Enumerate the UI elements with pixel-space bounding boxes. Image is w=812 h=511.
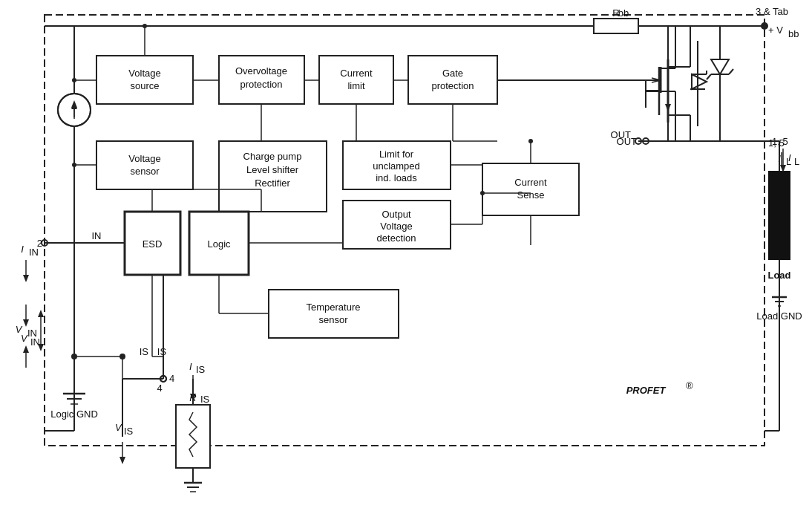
- profet-label: PROFET: [626, 385, 667, 396]
- iis-label: I: [189, 361, 192, 372]
- esd-label: ESD: [143, 238, 163, 250]
- out-label2: OUT: [611, 129, 632, 140]
- svg-rect-72: [176, 405, 210, 468]
- temp-sensor-label2: sensor: [318, 314, 348, 325]
- pin-3-tab: 3 & Tab: [756, 6, 788, 17]
- svg-point-149: [72, 163, 76, 167]
- voltage-source-label2: source: [130, 80, 159, 91]
- logic-label: Logic: [207, 238, 231, 250]
- voltage-source-label1: Voltage: [128, 68, 160, 79]
- charge-pump-label3: Rectifier: [255, 178, 290, 189]
- limit-unclamped-label3: ind. loads: [376, 172, 417, 183]
- pin-1-5-label: 1, 5: [768, 137, 785, 149]
- vin-text: V: [16, 324, 23, 335]
- il-sub-text: L: [794, 156, 799, 167]
- output-voltage-label1: Output: [382, 209, 410, 220]
- svg-point-84: [119, 354, 125, 359]
- current-sense-label1: Current: [514, 177, 547, 188]
- is-pin-label: IS: [140, 346, 149, 357]
- profet-registered: ®: [686, 380, 693, 391]
- limit-unclamped-label2: unclamped: [373, 160, 420, 172]
- current-sense-label2: Sense: [517, 189, 545, 201]
- svg-rect-35: [594, 19, 638, 33]
- iin-label: I: [21, 244, 24, 255]
- current-limit-label1: Current: [340, 68, 373, 79]
- limit-unclamped-label1: Limit for: [379, 149, 414, 160]
- vin-sub-text: IN: [27, 328, 37, 339]
- r-bb-sub: bb: [618, 7, 629, 19]
- current-limit-label2: limit: [347, 80, 364, 91]
- gate-protection-label1: Gate: [442, 68, 463, 79]
- overvoltage-label1: Overvoltage: [235, 65, 287, 77]
- svg-point-87: [143, 24, 147, 28]
- in-label: IN: [92, 230, 102, 241]
- gate-protection-label2: protection: [431, 80, 474, 91]
- vbb-sub: bb: [788, 28, 799, 39]
- charge-pump-label2: Level shifter: [246, 164, 299, 175]
- ris-sub: IS: [200, 394, 210, 405]
- svg-point-147: [72, 78, 76, 82]
- il-text: I: [788, 152, 791, 163]
- voltage-sensor-label1: Voltage: [128, 153, 160, 164]
- vbb-label: + V: [768, 25, 783, 36]
- iis-sub: IS: [196, 364, 206, 375]
- pin4-label: 4: [169, 373, 174, 384]
- output-voltage-label3: detection: [377, 232, 416, 244]
- svg-point-90: [528, 139, 533, 143]
- svg-rect-42: [768, 171, 790, 260]
- charge-pump-label1: Charge pump: [243, 151, 302, 162]
- output-voltage-label2: Voltage: [380, 221, 412, 232]
- pin-4-label: 4: [157, 383, 162, 394]
- svg-point-108: [480, 191, 485, 195]
- overvoltage-label2: protection: [240, 79, 282, 90]
- temp-sensor-label1: Temperature: [307, 302, 361, 313]
- is-label: IS: [157, 346, 167, 357]
- vis-sub: IS: [124, 426, 134, 437]
- iin-sub: IN: [29, 247, 39, 258]
- vis-label: V: [115, 422, 122, 433]
- voltage-sensor-label2: sensor: [130, 166, 160, 177]
